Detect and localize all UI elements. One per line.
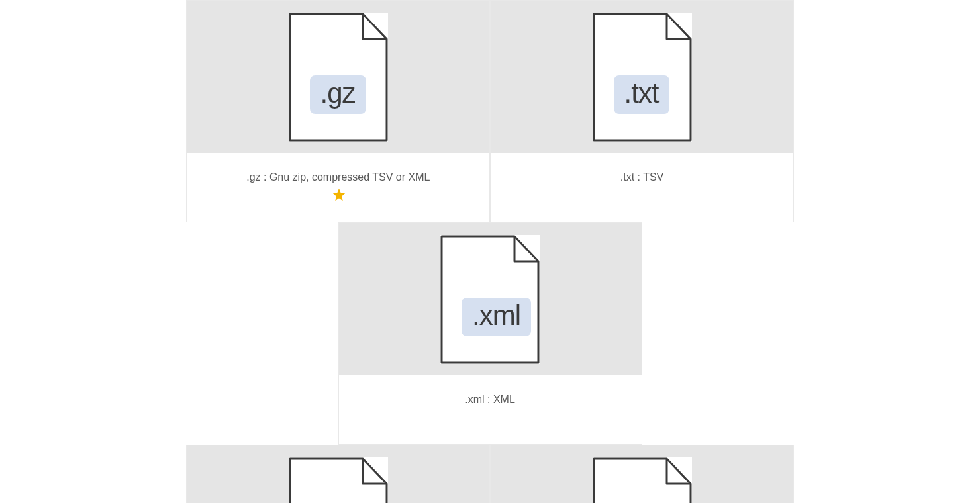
card-image-area: .zip bbox=[187, 445, 489, 503]
file-type-card-gz: .gz .gz : Gnu zip, compressed TSV or XML bbox=[186, 0, 490, 222]
file-type-card-zip: .zip .zip : Zip, compressed TSV or XML bbox=[186, 445, 490, 503]
star-icon bbox=[332, 187, 346, 202]
card-caption: .gz : Gnu zip, compressed TSV or XML bbox=[187, 153, 489, 222]
file-type-card-txt: .txt .txt : TSV bbox=[490, 0, 794, 222]
card-image-area: .bz2 bbox=[491, 445, 793, 503]
file-icon: .gz bbox=[289, 13, 388, 142]
file-icon: .txt bbox=[593, 13, 692, 142]
caption-text: .gz : Gnu zip, compressed TSV or XML bbox=[246, 171, 430, 183]
file-icon: .bz2 bbox=[593, 457, 692, 504]
card-image-area: .gz bbox=[187, 1, 489, 153]
card-caption: .xml : XML bbox=[339, 375, 642, 444]
file-icon: .zip bbox=[289, 457, 388, 504]
file-type-card-bz2: .bz2 .bz2 : Bzip2, compressed TSV or XML bbox=[490, 445, 794, 503]
document-page-icon bbox=[593, 457, 692, 504]
card-caption: .txt : TSV bbox=[491, 153, 793, 222]
file-extension-badge: .txt bbox=[614, 75, 669, 114]
document-page-icon bbox=[289, 457, 388, 504]
file-type-card-xml: .xml .xml : XML bbox=[338, 222, 642, 445]
file-type-grid: .gz .gz : Gnu zip, compressed TSV or XML bbox=[0, 0, 980, 503]
file-extension-badge: .xml bbox=[462, 298, 531, 336]
card-image-area: .txt bbox=[491, 1, 793, 153]
file-extension-badge: .gz bbox=[310, 75, 366, 114]
caption-text: .txt : TSV bbox=[620, 169, 664, 186]
caption-text: .xml : XML bbox=[465, 391, 515, 408]
card-image-area: .xml bbox=[339, 223, 642, 375]
file-icon: .xml bbox=[440, 235, 540, 364]
